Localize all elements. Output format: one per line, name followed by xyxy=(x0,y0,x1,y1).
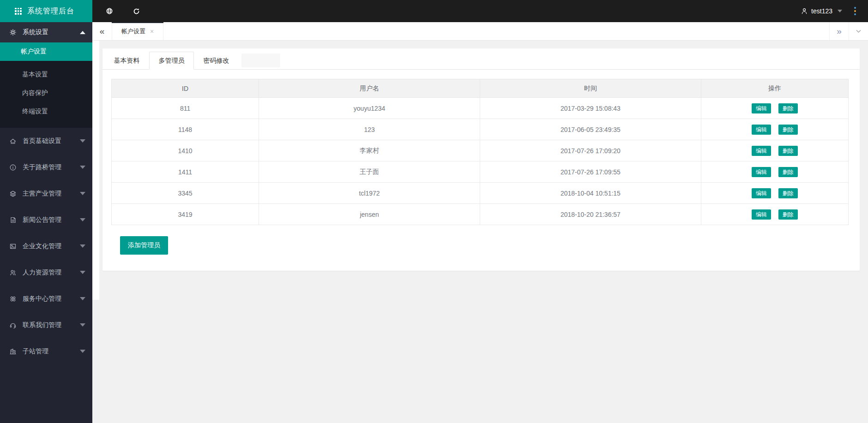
delete-button[interactable]: 删除 xyxy=(778,167,798,177)
edit-button[interactable]: 编辑 xyxy=(752,125,771,135)
app-title: 系统管理后台 xyxy=(27,6,74,16)
admin-table: ID用户名时间操作 811 youyu1234 2017-03-29 15:08… xyxy=(111,79,849,225)
sidebar-item[interactable]: 服务中心管理 xyxy=(0,286,92,312)
edit-button[interactable]: 编辑 xyxy=(752,146,771,156)
cell-time: 2017-03-29 15:08:43 xyxy=(480,98,701,119)
user-menu[interactable]: test123 xyxy=(801,7,842,15)
collapse-tabs-button[interactable]: « xyxy=(92,22,112,40)
service-icon xyxy=(9,295,17,303)
delete-button[interactable]: 删除 xyxy=(778,146,798,156)
sidebar-item[interactable]: 关于路桥管理 xyxy=(0,154,92,180)
info-icon xyxy=(9,164,17,171)
table-row: 1410 李家村 2017-07-26 17:09:20 编辑 删除 xyxy=(112,140,849,161)
app-logo: 系统管理后台 xyxy=(0,0,92,22)
delete-button[interactable]: 删除 xyxy=(778,103,798,113)
cell-actions: 编辑 删除 xyxy=(701,204,848,225)
chevron-down-icon xyxy=(80,192,85,195)
cell-time: 2018-10-04 10:51:15 xyxy=(480,183,701,204)
expand-tabs-button[interactable]: » xyxy=(829,22,849,40)
layers-icon xyxy=(9,190,17,197)
chevron-up-icon xyxy=(80,31,85,34)
news-icon xyxy=(9,216,17,224)
delete-button[interactable]: 删除 xyxy=(778,209,798,220)
table-row: 1148 123 2017-06-05 23:49:35 编辑 删除 xyxy=(112,119,849,140)
table-header-row: ID用户名时间操作 xyxy=(112,79,849,98)
refresh-icon[interactable] xyxy=(130,5,142,17)
table-header-cell: 操作 xyxy=(701,79,848,98)
sidebar-item-system-settings[interactable]: 系统设置 xyxy=(0,22,92,42)
edit-button[interactable]: 编辑 xyxy=(752,188,771,198)
cell-time: 2017-07-26 17:09:20 xyxy=(480,140,701,161)
panel-tab[interactable]: 基本资料 xyxy=(104,52,149,70)
home-icon xyxy=(9,137,17,145)
sidebar-item[interactable]: 人力资源管理 xyxy=(0,259,92,286)
cell-id: 3345 xyxy=(112,183,259,204)
sidebar: 系统管理后台 系统设置 帐户设置 基本设置 内容保护 终端设置 xyxy=(0,0,92,423)
sidebar-subitem[interactable]: 内容保护 xyxy=(0,83,92,102)
cell-username: 王子面 xyxy=(259,161,480,183)
cell-id: 1410 xyxy=(112,140,259,161)
sidebar-item-account-settings-active[interactable]: 帐户设置 xyxy=(0,42,92,61)
cell-username: tcl1972 xyxy=(259,183,480,204)
chevron-down-icon xyxy=(80,350,85,353)
tab-strip: « 帐户设置 × » xyxy=(92,22,868,41)
tab-account-settings[interactable]: 帐户设置 × xyxy=(112,22,163,40)
cell-id: 811 xyxy=(112,98,259,119)
panel-tab[interactable]: 密码修改 xyxy=(194,52,239,70)
cell-time: 2017-07-26 17:09:55 xyxy=(480,161,701,183)
left-gutter xyxy=(92,41,99,300)
close-icon[interactable]: × xyxy=(150,28,154,35)
cell-id: 3419 xyxy=(112,204,259,225)
sidebar-item[interactable]: 联系我们管理 xyxy=(0,312,92,338)
username: test123 xyxy=(811,7,832,15)
cell-username: youyu1234 xyxy=(259,98,480,119)
delete-button[interactable]: 删除 xyxy=(778,188,798,198)
sidebar-item[interactable]: 新闻公告管理 xyxy=(0,207,92,233)
panel-tab[interactable]: 多管理员 xyxy=(149,52,194,70)
sidebar-item[interactable]: 企业文化管理 xyxy=(0,233,92,259)
tab-label: 帐户设置 xyxy=(121,27,145,36)
grid-icon xyxy=(15,8,22,15)
cell-username: 123 xyxy=(259,119,480,140)
topbar: test123 xyxy=(92,0,868,22)
app-window: 系统管理后台 系统设置 帐户设置 基本设置 内容保护 终端设置 xyxy=(0,0,868,423)
chevron-down-icon xyxy=(80,323,85,327)
cell-actions: 编辑 删除 xyxy=(701,98,848,119)
user-icon xyxy=(801,7,808,15)
chevron-down-icon xyxy=(80,166,85,169)
delete-button[interactable]: 删除 xyxy=(778,125,798,135)
globe-icon[interactable] xyxy=(103,5,115,17)
sidebar-item[interactable]: 子站管理 xyxy=(0,338,92,364)
sidebar-menu: 首页基础设置 关于路桥管理 主营产业管理 新闻公告管理 xyxy=(0,128,92,364)
building-icon xyxy=(9,348,17,355)
sidebar-subitem[interactable]: 基本设置 xyxy=(0,65,92,83)
sidebar-item[interactable]: 主营产业管理 xyxy=(0,180,92,207)
add-admin-button[interactable]: 添加管理员 xyxy=(120,236,168,255)
table-row: 3419 jensen 2018-10-20 21:36:57 编辑 删除 xyxy=(112,204,849,225)
headset-icon xyxy=(9,322,17,329)
cell-actions: 编辑 删除 xyxy=(701,183,848,204)
chevron-down-icon xyxy=(80,218,85,221)
sidebar-submenu: 基本设置 内容保护 终端设置 xyxy=(0,61,92,128)
chevron-down-icon xyxy=(80,297,85,300)
active-subitem-label: 帐户设置 xyxy=(21,48,47,56)
cell-time: 2018-10-20 21:36:57 xyxy=(480,204,701,225)
cell-id: 1411 xyxy=(112,161,259,183)
sidebar-item[interactable]: 首页基础设置 xyxy=(0,128,92,154)
edit-button[interactable]: 编辑 xyxy=(752,209,771,220)
table-header-cell: 时间 xyxy=(480,79,701,98)
table-row: 3345 tcl1972 2018-10-04 10:51:15 编辑 删除 xyxy=(112,183,849,204)
tabs-dropdown-button[interactable] xyxy=(849,22,868,40)
edit-button[interactable]: 编辑 xyxy=(752,103,771,113)
table-body: 811 youyu1234 2017-03-29 15:08:43 编辑 删除 xyxy=(112,98,849,225)
chevron-down-icon xyxy=(80,244,85,248)
cell-actions: 编辑 删除 xyxy=(701,119,848,140)
sidebar-subitem[interactable]: 终端设置 xyxy=(0,102,92,120)
admin-table-wrap: ID用户名时间操作 811 youyu1234 2017-03-29 15:08… xyxy=(111,79,849,255)
table-header-cell: 用户名 xyxy=(259,79,480,98)
content-area: 基本资料 多管理员 密码修改 xyxy=(92,41,868,423)
gear-icon xyxy=(9,29,17,36)
table-header-cell: ID xyxy=(112,79,259,98)
kebab-menu-icon[interactable] xyxy=(851,5,859,17)
edit-button[interactable]: 编辑 xyxy=(752,167,771,177)
